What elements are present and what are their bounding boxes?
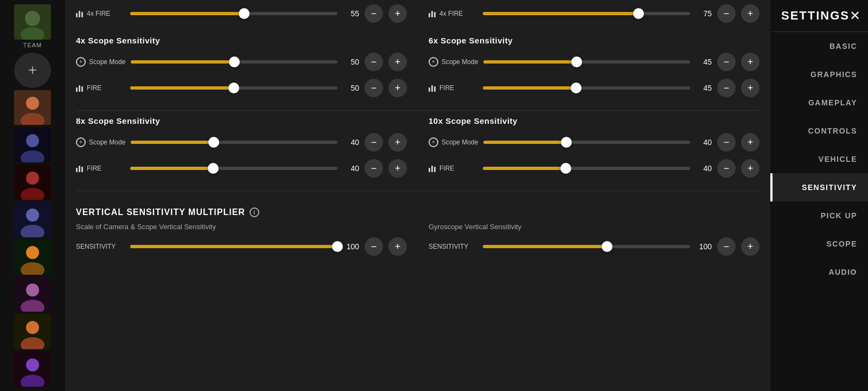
right-nav: SETTINGS ✕ BASIC GRAPHICS GAMEPLAY CONTR…	[770, 0, 868, 391]
scope-8x-col: 8x Scope Sensitivity Scope Mode 40 − +	[76, 116, 407, 185]
scope-8x-scopemode-plus[interactable]: +	[388, 133, 407, 152]
scope-6x-fire-value: 45	[695, 84, 712, 92]
svg-point-10	[26, 172, 39, 185]
close-button[interactable]: ✕	[850, 9, 860, 22]
nav-gameplay[interactable]: GAMEPLAY	[770, 89, 868, 117]
camera-vsm-subtitle: Scale of Camera & Scope Vertical Sensiti…	[76, 223, 407, 231]
nav-scope[interactable]: SCOPE	[770, 230, 868, 258]
partial-right-fire-label: 4x FIRE	[439, 10, 463, 17]
scope-8x-fire-slider[interactable]	[130, 167, 337, 170]
partial-right-fire-plus[interactable]: +	[741, 4, 760, 23]
partial-right-fire-slider[interactable]	[483, 12, 690, 15]
scope-mode-icon-6x	[429, 57, 438, 67]
nav-pickup[interactable]: PICK UP	[770, 201, 868, 230]
scope-6x-fire-slider[interactable]	[483, 86, 690, 90]
scope-6x-scopemode-icon: Scope Mode	[429, 57, 478, 67]
svg-point-19	[26, 283, 39, 297]
scope-6x-fire-plus[interactable]: +	[741, 79, 760, 97]
camera-sensitivity-plus[interactable]: +	[388, 237, 407, 256]
nav-vehicle[interactable]: VEHICLE	[770, 145, 868, 173]
sidebar: TEAM +	[0, 0, 65, 391]
scope-4x-6x-section: 4x Scope Sensitivity Scope Mode 50 − +	[76, 36, 760, 105]
sidebar-avatar-6[interactable]	[14, 277, 51, 312]
vertical-sensitivity-title: VERTICAL SENSITIVITY MULTIPLIER i	[76, 207, 760, 217]
partial-left-fire-plus[interactable]: +	[388, 4, 407, 23]
camera-sensitivity-slider[interactable]	[130, 245, 337, 248]
scope-10x-scopemode-plus[interactable]: +	[741, 133, 760, 152]
scope-10x-fire-minus[interactable]: −	[717, 159, 736, 178]
nav-audio[interactable]: AUDIO	[770, 258, 868, 286]
add-team-button[interactable]: +	[14, 53, 51, 88]
svg-point-22	[26, 321, 39, 334]
camera-sensitivity-value: 100	[343, 242, 359, 251]
scope-mode-icon-8x	[76, 137, 86, 147]
scope-4x-fire-minus[interactable]: −	[365, 79, 383, 97]
scope-8x-scopemode-row: Scope Mode 40 − +	[76, 133, 407, 152]
settings-title: SETTINGS	[781, 9, 850, 23]
scope-10x-scopemode-minus[interactable]: −	[717, 133, 736, 152]
scope-10x-fire-slider[interactable]	[483, 167, 690, 170]
scope-6x-fire-icon: FIRE	[429, 84, 477, 92]
info-icon[interactable]: i	[250, 207, 259, 217]
scope-6x-fire-row: FIRE 45 − +	[429, 79, 760, 97]
scope-6x-scopemode-minus[interactable]: −	[717, 53, 736, 71]
partial-left-fire-slider[interactable]	[130, 12, 337, 15]
gyroscope-sensitivity-minus[interactable]: −	[717, 237, 736, 256]
gyroscope-sensitivity-row: SENSITIVITY 100 − +	[429, 237, 760, 256]
gyroscope-vsm-group: Gyroscope Vertical Sensitivity SENSITIVI…	[429, 223, 760, 263]
scope-8x-scopemode-minus[interactable]: −	[365, 133, 383, 152]
divider-1	[76, 110, 760, 111]
scope-8x-scopemode-icon: Scope Mode	[76, 137, 125, 147]
sidebar-avatar-3[interactable]	[14, 165, 51, 200]
team-label: TEAM	[23, 42, 42, 48]
scope-6x-scopemode-plus[interactable]: +	[741, 53, 760, 71]
sidebar-avatar-5[interactable]	[14, 239, 51, 275]
scope-10x-scopemode-slider[interactable]	[483, 141, 690, 144]
partial-left-fire-minus[interactable]: −	[365, 4, 383, 23]
scope-4x-scopemode-row: Scope Mode 50 − +	[76, 53, 407, 71]
scope-4x-fire-value: 50	[343, 84, 359, 92]
settings-header: SETTINGS ✕	[770, 0, 868, 32]
scope-8x-fire-row: FIRE 40 − +	[76, 159, 407, 178]
gyroscope-sensitivity-plus[interactable]: +	[741, 237, 760, 256]
partial-right-fire-minus[interactable]: −	[717, 4, 736, 23]
camera-sensitivity-minus[interactable]: −	[365, 237, 383, 256]
sidebar-avatar-8[interactable]	[14, 351, 51, 387]
scope-6x-fire-minus[interactable]: −	[717, 79, 736, 97]
sidebar-avatar-4[interactable]	[14, 202, 51, 237]
scope-6x-title: 6x Scope Sensitivity	[429, 36, 760, 45]
scope-6x-scopemode-value: 45	[695, 58, 712, 66]
scope-8x-fire-minus[interactable]: −	[365, 159, 383, 178]
scope-4x-scopemode-slider[interactable]	[131, 60, 337, 64]
sidebar-avatar-1[interactable]	[14, 90, 51, 125]
scope-10x-fire-row: FIRE 40 − +	[429, 159, 760, 178]
scope-10x-fire-value: 40	[695, 164, 712, 173]
partial-right-fire-icon: 4x FIRE	[429, 9, 477, 18]
scope-10x-fire-plus[interactable]: +	[741, 159, 760, 178]
gyroscope-sensitivity-slider[interactable]	[483, 245, 690, 248]
scope-4x-scopemode-minus[interactable]: −	[365, 53, 383, 71]
partial-left-fire-label: 4x FIRE	[87, 10, 110, 17]
sidebar-avatar-7[interactable]	[14, 314, 51, 349]
scope-mode-icon-10x	[429, 137, 438, 147]
scope-4x-scopemode-plus[interactable]: +	[388, 53, 407, 71]
vsm-groups: Scale of Camera & Scope Vertical Sensiti…	[76, 223, 760, 263]
scope-8x-10x-section: 8x Scope Sensitivity Scope Mode 40 − +	[76, 116, 760, 185]
scope-4x-fire-plus[interactable]: +	[388, 79, 407, 97]
main-content: 4x FIRE 55 − +	[65, 0, 770, 391]
camera-sensitivity-row: SENSITIVITY 100 − +	[76, 237, 407, 256]
nav-graphics[interactable]: GRAPHICS	[770, 60, 868, 89]
sidebar-avatar-top[interactable]	[14, 4, 51, 40]
nav-basic[interactable]: BASIC	[770, 32, 868, 60]
svg-point-1	[25, 11, 40, 26]
scope-8x-fire-icon: FIRE	[76, 164, 125, 173]
scope-6x-scopemode-slider[interactable]	[483, 60, 690, 64]
scope-4x-fire-slider[interactable]	[130, 86, 337, 90]
nav-sensitivity[interactable]: SENSITIVITY	[770, 173, 868, 201]
scope-8x-scopemode-slider[interactable]	[131, 141, 337, 144]
gyroscope-sensitivity-value: 100	[695, 242, 712, 251]
partial-right-fire-row: 4x FIRE 75 − +	[429, 4, 760, 23]
sidebar-avatar-2[interactable]	[14, 127, 51, 162]
nav-controls[interactable]: CONTROLS	[770, 117, 868, 145]
scope-8x-fire-plus[interactable]: +	[388, 159, 407, 178]
